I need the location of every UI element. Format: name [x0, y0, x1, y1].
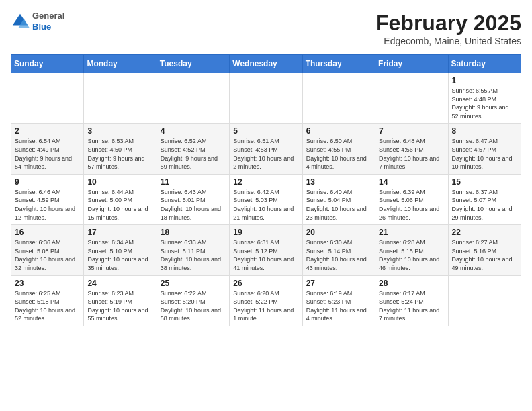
calendar-body: 1Sunrise: 6:55 AM Sunset: 4:48 PM Daylig…: [11, 73, 521, 326]
calendar-cell: 17Sunrise: 6:34 AM Sunset: 5:10 PM Dayli…: [84, 225, 157, 275]
calendar-cell: [84, 73, 157, 124]
day-number: 9: [15, 177, 80, 187]
weekday-header-friday: Friday: [375, 55, 448, 73]
day-number: 21: [379, 228, 444, 237]
day-info: Sunrise: 6:40 AM Sunset: 5:04 PM Dayligh…: [306, 188, 371, 222]
day-info: Sunrise: 6:28 AM Sunset: 5:15 PM Dayligh…: [379, 238, 444, 272]
day-info: Sunrise: 6:20 AM Sunset: 5:22 PM Dayligh…: [233, 289, 298, 323]
day-number: 3: [87, 126, 152, 136]
day-info: Sunrise: 6:54 AM Sunset: 4:49 PM Dayligh…: [15, 137, 80, 171]
day-info: Sunrise: 6:48 AM Sunset: 4:56 PM Dayligh…: [379, 137, 444, 171]
day-number: 15: [452, 177, 517, 187]
calendar-cell: 12Sunrise: 6:42 AM Sunset: 5:03 PM Dayli…: [230, 174, 302, 224]
day-number: 16: [15, 228, 80, 237]
day-info: Sunrise: 6:19 AM Sunset: 5:23 PM Dayligh…: [306, 289, 371, 323]
calendar-cell: 25Sunrise: 6:22 AM Sunset: 5:20 PM Dayli…: [157, 275, 229, 326]
calendar-cell: 18Sunrise: 6:33 AM Sunset: 5:11 PM Dayli…: [157, 225, 229, 275]
day-number: 4: [161, 126, 226, 136]
logo-general: General: [32, 11, 64, 21]
calendar-cell: 15Sunrise: 6:37 AM Sunset: 5:07 PM Dayli…: [448, 174, 521, 224]
calendar-cell: 1Sunrise: 6:55 AM Sunset: 4:48 PM Daylig…: [448, 73, 521, 124]
calendar-cell: 21Sunrise: 6:28 AM Sunset: 5:15 PM Dayli…: [375, 225, 448, 275]
day-info: Sunrise: 6:37 AM Sunset: 5:07 PM Dayligh…: [452, 188, 517, 222]
calendar-cell: 7Sunrise: 6:48 AM Sunset: 4:56 PM Daylig…: [375, 124, 448, 174]
day-number: 2: [15, 126, 80, 136]
day-number: 27: [306, 279, 371, 288]
title-section: February 2025 Edgecomb, Maine, United St…: [375, 11, 521, 46]
calendar-cell: 8Sunrise: 6:47 AM Sunset: 4:57 PM Daylig…: [448, 124, 521, 174]
logo: General Blue: [11, 11, 64, 32]
day-number: 11: [161, 177, 226, 187]
page-header: General Blue February 2025 Edgecomb, Mai…: [11, 11, 521, 46]
calendar-cell: 2Sunrise: 6:54 AM Sunset: 4:49 PM Daylig…: [11, 124, 84, 174]
weekday-header-thursday: Thursday: [302, 55, 375, 73]
day-number: 26: [233, 279, 298, 288]
weekday-header-saturday: Saturday: [448, 55, 521, 73]
calendar-cell: 24Sunrise: 6:23 AM Sunset: 5:19 PM Dayli…: [84, 275, 157, 326]
calendar-cell: 22Sunrise: 6:27 AM Sunset: 5:16 PM Dayli…: [448, 225, 521, 275]
calendar-cell: 26Sunrise: 6:20 AM Sunset: 5:22 PM Dayli…: [230, 275, 302, 326]
day-number: 8: [452, 126, 517, 136]
weekday-header-monday: Monday: [84, 55, 157, 73]
day-info: Sunrise: 6:36 AM Sunset: 5:08 PM Dayligh…: [15, 238, 80, 272]
calendar-cell: 14Sunrise: 6:39 AM Sunset: 5:06 PM Dayli…: [375, 174, 448, 224]
day-info: Sunrise: 6:53 AM Sunset: 4:50 PM Dayligh…: [87, 137, 152, 171]
week-row-2: 2Sunrise: 6:54 AM Sunset: 4:49 PM Daylig…: [11, 124, 521, 174]
day-number: 13: [306, 177, 371, 187]
day-info: Sunrise: 6:43 AM Sunset: 5:01 PM Dayligh…: [161, 188, 226, 222]
day-number: 1: [452, 76, 517, 85]
day-number: 17: [87, 228, 152, 237]
calendar-table: SundayMondayTuesdayWednesdayThursdayFrid…: [11, 54, 521, 326]
weekday-header-sunday: Sunday: [11, 55, 84, 73]
day-info: Sunrise: 6:17 AM Sunset: 5:24 PM Dayligh…: [379, 289, 444, 323]
calendar-cell: 23Sunrise: 6:25 AM Sunset: 5:18 PM Dayli…: [11, 275, 84, 326]
calendar-cell: 3Sunrise: 6:53 AM Sunset: 4:50 PM Daylig…: [84, 124, 157, 174]
day-info: Sunrise: 6:23 AM Sunset: 5:19 PM Dayligh…: [87, 289, 152, 323]
week-row-5: 23Sunrise: 6:25 AM Sunset: 5:18 PM Dayli…: [11, 275, 521, 326]
week-row-3: 9Sunrise: 6:46 AM Sunset: 4:59 PM Daylig…: [11, 174, 521, 224]
day-info: Sunrise: 6:33 AM Sunset: 5:11 PM Dayligh…: [161, 238, 226, 272]
calendar-cell: [375, 73, 448, 124]
day-number: 18: [161, 228, 226, 237]
day-info: Sunrise: 6:47 AM Sunset: 4:57 PM Dayligh…: [452, 137, 517, 171]
calendar-title: February 2025: [375, 11, 521, 36]
calendar-cell: 4Sunrise: 6:52 AM Sunset: 4:52 PM Daylig…: [157, 124, 229, 174]
day-info: Sunrise: 6:25 AM Sunset: 5:18 PM Dayligh…: [15, 289, 80, 323]
day-info: Sunrise: 6:52 AM Sunset: 4:52 PM Dayligh…: [161, 137, 226, 171]
day-info: Sunrise: 6:31 AM Sunset: 5:12 PM Dayligh…: [233, 238, 298, 272]
day-number: 20: [306, 228, 371, 237]
calendar-cell: 28Sunrise: 6:17 AM Sunset: 5:24 PM Dayli…: [375, 275, 448, 326]
day-info: Sunrise: 6:55 AM Sunset: 4:48 PM Dayligh…: [452, 87, 517, 120]
calendar-cell: 20Sunrise: 6:30 AM Sunset: 5:14 PM Dayli…: [302, 225, 375, 275]
day-number: 28: [379, 279, 444, 288]
day-info: Sunrise: 6:44 AM Sunset: 5:00 PM Dayligh…: [87, 188, 152, 222]
day-info: Sunrise: 6:46 AM Sunset: 4:59 PM Dayligh…: [15, 188, 80, 222]
calendar-cell: 10Sunrise: 6:44 AM Sunset: 5:00 PM Dayli…: [84, 174, 157, 224]
calendar-header: SundayMondayTuesdayWednesdayThursdayFrid…: [11, 55, 521, 73]
day-number: 6: [306, 126, 371, 136]
calendar-cell: [11, 73, 84, 124]
day-number: 14: [379, 177, 444, 187]
calendar-cell: 16Sunrise: 6:36 AM Sunset: 5:08 PM Dayli…: [11, 225, 84, 275]
calendar-cell: 9Sunrise: 6:46 AM Sunset: 4:59 PM Daylig…: [11, 174, 84, 224]
day-number: 25: [161, 279, 226, 288]
calendar-cell: [157, 73, 229, 124]
day-info: Sunrise: 6:51 AM Sunset: 4:53 PM Dayligh…: [233, 137, 298, 171]
day-number: 12: [233, 177, 298, 187]
calendar-subtitle: Edgecomb, Maine, United States: [375, 36, 521, 46]
day-info: Sunrise: 6:30 AM Sunset: 5:14 PM Dayligh…: [306, 238, 371, 272]
day-info: Sunrise: 6:27 AM Sunset: 5:16 PM Dayligh…: [452, 238, 517, 272]
day-info: Sunrise: 6:42 AM Sunset: 5:03 PM Dayligh…: [233, 188, 298, 222]
calendar-cell: [230, 73, 302, 124]
day-number: 5: [233, 126, 298, 136]
day-number: 22: [452, 228, 517, 237]
week-row-4: 16Sunrise: 6:36 AM Sunset: 5:08 PM Dayli…: [11, 225, 521, 275]
calendar-cell: 11Sunrise: 6:43 AM Sunset: 5:01 PM Dayli…: [157, 174, 229, 224]
week-row-1: 1Sunrise: 6:55 AM Sunset: 4:48 PM Daylig…: [11, 73, 521, 124]
day-info: Sunrise: 6:39 AM Sunset: 5:06 PM Dayligh…: [379, 188, 444, 222]
weekday-header-tuesday: Tuesday: [157, 55, 229, 73]
calendar-cell: 27Sunrise: 6:19 AM Sunset: 5:23 PM Dayli…: [302, 275, 375, 326]
calendar-cell: [302, 73, 375, 124]
weekday-header-wednesday: Wednesday: [230, 55, 302, 73]
calendar-cell: 5Sunrise: 6:51 AM Sunset: 4:53 PM Daylig…: [230, 124, 302, 174]
